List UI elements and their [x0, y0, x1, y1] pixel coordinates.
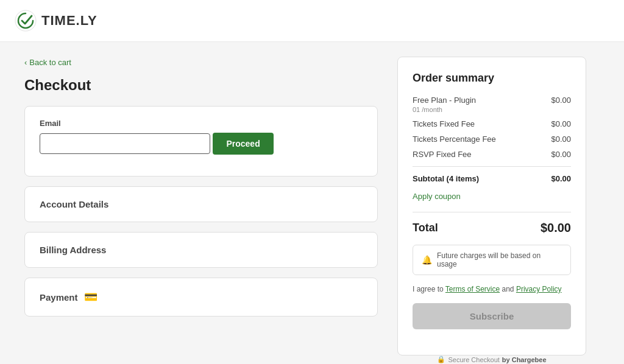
item-3-price: $0.00	[551, 135, 571, 144]
left-panel: ‹ Back to cart Checkout Email Proceed Ac…	[24, 57, 378, 363]
proceed-button[interactable]: Proceed	[213, 133, 273, 155]
terms-of-service-link[interactable]: Terms of Service	[445, 285, 500, 293]
account-details-card: Account Details	[24, 186, 378, 222]
order-divider	[413, 166, 571, 167]
item-1-price: $0.00	[551, 96, 571, 105]
order-line-item-2: Tickets Fixed Fee $0.00	[413, 119, 571, 128]
payment-card: Payment 💳	[24, 278, 378, 317]
item-1-sub: 01 /month	[413, 106, 476, 113]
total-label: Total	[413, 222, 438, 234]
terms-text: I agree to Terms of Service and Privacy …	[413, 284, 571, 295]
order-line-item-1: Free Plan - Plugin 01 /month $0.00	[413, 96, 571, 113]
item-4-name: RSVP Fixed Fee	[413, 150, 472, 159]
secure-checkout: 🔒 Secure Checkout by Chargebee	[397, 355, 586, 363]
chargebee-text: by Chargebee	[502, 356, 547, 363]
usage-notice: 🔔 Future charges will be based on usage	[413, 245, 571, 275]
item-2-price: $0.00	[551, 119, 571, 128]
usage-notice-text: Future charges will be based on usage	[437, 251, 562, 268]
email-section-card: Email Proceed	[24, 106, 378, 177]
order-summary-card: Order summary Free Plan - Plugin 01 /mon…	[397, 57, 586, 355]
account-details-label: Account Details	[40, 199, 363, 209]
logo-text: TIME.LY	[41, 13, 98, 29]
logo-container: TIME.LY	[15, 10, 98, 32]
page-wrapper: TIME.LY ‹ Back to cart Checkout Email Pr…	[0, 0, 624, 364]
item-3-name: Tickets Percentage Fee	[413, 135, 496, 144]
order-line-item-4: RSVP Fixed Fee $0.00	[413, 150, 571, 159]
billing-address-label: Billing Address	[40, 245, 363, 255]
terms-prefix: I agree to	[413, 285, 445, 293]
total-divider	[413, 212, 571, 212]
subtotal-label: Subtotal (4 items)	[413, 174, 479, 183]
header: TIME.LY	[0, 0, 624, 42]
total-price: $0.00	[541, 221, 571, 235]
right-panel: Order summary Free Plan - Plugin 01 /mon…	[397, 57, 586, 363]
bell-icon: 🔔	[422, 255, 432, 265]
item-4-price: $0.00	[551, 150, 571, 159]
main-content: ‹ Back to cart Checkout Email Proceed Ac…	[0, 42, 624, 364]
payment-label: Payment 💳	[40, 290, 363, 304]
subtotal-price: $0.00	[551, 174, 571, 183]
back-to-cart-link[interactable]: ‹ Back to cart	[24, 58, 71, 67]
terms-and: and	[500, 285, 516, 293]
billing-address-card: Billing Address	[24, 232, 378, 268]
lock-icon: 🔒	[437, 355, 445, 363]
order-summary-title: Order summary	[413, 72, 571, 85]
timely-logo-icon	[15, 10, 37, 32]
credit-card-icon: 💳	[84, 290, 98, 304]
subtotal-line: Subtotal (4 items) $0.00	[413, 174, 571, 183]
privacy-policy-link[interactable]: Privacy Policy	[516, 285, 562, 293]
order-line-item-3: Tickets Percentage Fee $0.00	[413, 135, 571, 144]
subscribe-button[interactable]: Subscribe	[413, 303, 571, 329]
checkout-title: Checkout	[24, 77, 378, 94]
apply-coupon-link[interactable]: Apply coupon	[413, 192, 571, 201]
item-1-name: Free Plan - Plugin	[413, 96, 476, 105]
total-line: Total $0.00	[413, 221, 571, 235]
secure-text: Secure Checkout	[448, 356, 499, 363]
back-arrow-icon: ‹	[24, 58, 27, 67]
item-2-name: Tickets Fixed Fee	[413, 119, 475, 128]
email-input[interactable]	[40, 133, 210, 154]
email-label: Email	[40, 119, 363, 128]
